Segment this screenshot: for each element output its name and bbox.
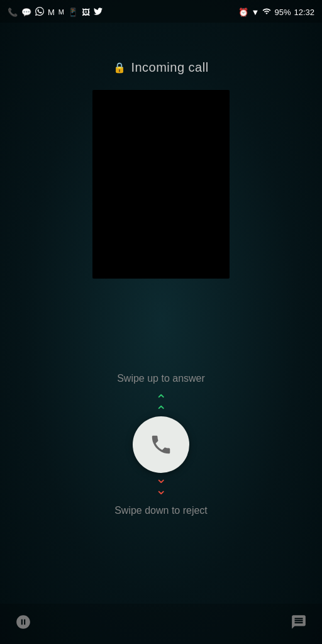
main-content: 🔒 Incoming call Swipe up to answer ⌃⌃ ⌄⌄… bbox=[0, 23, 322, 644]
chevrons-down-icon: ⌄⌄ bbox=[155, 473, 167, 495]
block-icon[interactable] bbox=[15, 614, 31, 634]
twitter-icon bbox=[94, 7, 103, 18]
incoming-call-text: Incoming call bbox=[131, 60, 208, 75]
gmail2-icon: M bbox=[58, 8, 64, 16]
phone2-icon: 📱 bbox=[68, 8, 78, 17]
contact-image bbox=[92, 90, 230, 279]
chevrons-up: ⌃⌃ bbox=[155, 394, 167, 416]
wifi-icon: ▼ bbox=[252, 8, 260, 17]
alarm-icon: ⏰ bbox=[238, 8, 248, 17]
chevrons-up-icon: ⌃⌃ bbox=[155, 394, 167, 416]
swipe-down-label: Swipe down to reject bbox=[114, 505, 208, 516]
phone-icon bbox=[149, 433, 173, 457]
status-bar-left: 📞 💬 M M 📱 🖼 bbox=[8, 7, 103, 18]
message-icon[interactable] bbox=[291, 614, 307, 634]
phone-button-area: ⌃⌃ ⌄⌄ bbox=[133, 394, 189, 495]
phone-status-icon: 📞 bbox=[8, 8, 18, 17]
image-icon: 🖼 bbox=[82, 8, 90, 17]
status-bar-right: ⏰ ▼ 95% 12:32 bbox=[238, 7, 314, 18]
gmail1-icon: M bbox=[48, 8, 55, 17]
bottom-bar bbox=[0, 604, 322, 644]
status-bar: 📞 💬 M M 📱 🖼 ⏰ ▼ 95% 12:32 bbox=[0, 0, 322, 23]
answer-call-button[interactable] bbox=[133, 416, 189, 473]
time-display: 12:32 bbox=[294, 8, 314, 17]
sms-icon: 💬 bbox=[21, 8, 31, 17]
battery-text: 95% bbox=[274, 8, 291, 17]
swipe-up-label: Swipe up to answer bbox=[117, 373, 205, 384]
chevrons-down: ⌄⌄ bbox=[155, 473, 167, 495]
signal-icon bbox=[262, 7, 271, 18]
lock-icon: 🔒 bbox=[113, 62, 126, 74]
whatsapp-icon bbox=[35, 7, 44, 18]
incoming-call-header: 🔒 Incoming call bbox=[113, 60, 208, 75]
